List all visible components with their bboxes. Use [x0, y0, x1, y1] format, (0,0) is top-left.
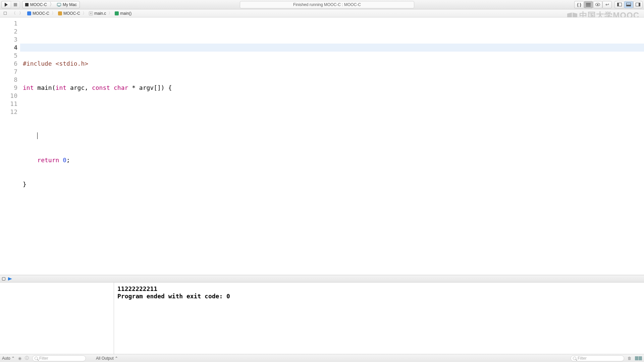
status-text: Finished running MOOC-C : MOOC-C	[293, 2, 361, 7]
jump-bar: 〈 〉 MOOC-C 〉 MOOC-C 〉 c main.c 〉 main() …	[0, 9, 644, 17]
project-icon	[27, 11, 31, 15]
continue-button[interactable]	[8, 277, 12, 281]
left-pane-toggle-icon	[635, 356, 638, 360]
line-gutter: 123456789101112	[0, 17, 20, 275]
text-cursor	[37, 132, 38, 139]
token-include-path: <stdio.h>	[56, 60, 89, 67]
clear-console-button[interactable]: 🗑	[628, 356, 632, 361]
related-items-button[interactable]	[1, 10, 9, 16]
c-file-icon: c	[89, 11, 93, 15]
folder-icon	[58, 11, 62, 15]
console-output[interactable]: 11222222211 Program ended with exit code…	[114, 283, 644, 354]
toggle-left-panel-button[interactable]	[614, 1, 624, 8]
info-button[interactable]: ⓘ	[25, 355, 29, 361]
toggle-bottom-panel-button[interactable]	[624, 1, 633, 8]
auto-scope-selector[interactable]: Auto ⌃	[2, 356, 15, 361]
breadcrumb-project[interactable]: MOOC-C	[26, 11, 50, 16]
debug-footer: Auto ⌃ ◉ ⓘ Filter All Output ⌃ Filter 🗑	[0, 354, 644, 362]
console-filter-placeholder: Filter	[578, 356, 587, 361]
stop-icon	[14, 3, 17, 6]
right-pane-toggle-icon	[639, 356, 642, 360]
panel-left-icon	[617, 3, 622, 6]
review-mode-button[interactable]	[593, 1, 602, 8]
toolbar-right-group: { } ↩	[574, 1, 643, 8]
output-scope-selector[interactable]: All Output ⌃	[96, 356, 118, 361]
breadcrumb-symbol[interactable]: main()	[114, 11, 132, 16]
grid-icon	[4, 12, 7, 15]
console-filter-input[interactable]: Filter	[571, 355, 624, 361]
stop-button[interactable]	[11, 1, 20, 8]
chevron-right-icon: 〉	[83, 10, 87, 16]
activity-status-inner: Finished running MOOC-C : MOOC-C	[240, 1, 414, 8]
run-button[interactable]	[1, 1, 11, 8]
debug-toolbar	[0, 275, 644, 283]
scheme-chevron-icon: 〉	[50, 1, 54, 8]
nav-back-button[interactable]: 〈	[10, 10, 17, 16]
variables-pane[interactable]	[0, 283, 114, 354]
scheme-device-label: My Mac	[63, 2, 77, 7]
breadcrumb-symbol-label: main()	[120, 11, 131, 16]
assistant-editor-button[interactable]	[584, 1, 593, 8]
scheme-device-cell[interactable]: My Mac	[54, 1, 79, 8]
code-editor[interactable]: 123456789101112 #include <stdio.h> int m…	[0, 17, 644, 275]
view-memory-button[interactable]: ◉	[18, 356, 21, 361]
app-icon	[25, 3, 29, 6]
nav-forward-button[interactable]: 〉	[17, 10, 25, 16]
breadcrumb-folder-label: MOOC-C	[63, 11, 80, 16]
variables-filter-input[interactable]: Filter	[32, 355, 86, 361]
activity-status: Finished running MOOC-C : MOOC-C	[82, 1, 572, 8]
code-content[interactable]: #include <stdio.h> int main(int argc, co…	[20, 17, 644, 275]
pane-toggle[interactable]	[635, 356, 642, 360]
debug-area: 11222222211 Program ended with exit code…	[0, 275, 644, 362]
braces-icon: { }	[577, 2, 581, 7]
breadcrumb-folder[interactable]: MOOC-C	[57, 11, 81, 16]
scheme-selector[interactable]: MOOC-C 〉 My Mac	[22, 1, 80, 8]
toggle-right-panel-button[interactable]	[633, 1, 643, 8]
panel-right-icon	[636, 3, 640, 6]
breadcrumb-file[interactable]: c main.c	[88, 11, 107, 16]
mac-icon	[57, 3, 61, 6]
run-stop-group	[1, 1, 20, 8]
scheme-project-label: MOOC-C	[30, 2, 47, 7]
breadcrumb-project-label: MOOC-C	[33, 11, 49, 16]
play-icon	[5, 3, 8, 7]
token-type: int	[23, 84, 34, 91]
token-preproc: #include	[23, 60, 52, 67]
arrows-icon: ↩	[605, 2, 609, 7]
chevron-right-icon: 〉	[108, 10, 112, 16]
breakpoints-button[interactable]	[2, 277, 5, 281]
lines-icon	[586, 3, 591, 6]
version-editor-button[interactable]: ↩	[602, 1, 612, 8]
console-line-1: 11222222211	[117, 285, 641, 293]
search-icon	[35, 357, 38, 360]
panel-bottom-icon	[626, 3, 631, 6]
search-icon	[573, 357, 576, 360]
scheme-project-cell[interactable]: MOOC-C	[22, 1, 50, 8]
chevron-right-icon: 〉	[52, 10, 56, 16]
variables-filter-placeholder: Filter	[39, 356, 48, 361]
console-line-2: Program ended with exit code: 0	[117, 293, 641, 300]
main-toolbar: MOOC-C 〉 My Mac Finished running MOOC-C …	[0, 0, 644, 9]
standard-editor-button[interactable]: { }	[574, 1, 584, 8]
breadcrumb-file-label: main.c	[94, 11, 106, 16]
eye-icon	[595, 3, 600, 6]
function-icon	[115, 11, 119, 15]
